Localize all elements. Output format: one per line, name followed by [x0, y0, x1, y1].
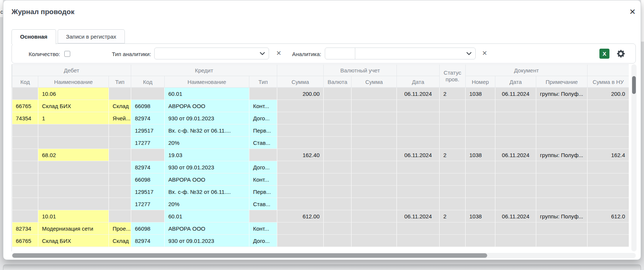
table-cell[interactable]: 68.02 — [38, 149, 109, 161]
table-cell[interactable] — [495, 112, 536, 124]
table-cell[interactable] — [397, 173, 440, 186]
table-cell[interactable] — [397, 100, 440, 112]
table-cell[interactable]: группы: Полуф... — [536, 88, 588, 100]
table-cell[interactable]: 20% — [165, 198, 249, 210]
table-cell[interactable] — [536, 186, 588, 198]
vertical-scrollbar-thumb[interactable] — [632, 76, 636, 94]
table-cell[interactable]: 200.0 — [588, 88, 629, 100]
excel-export-button[interactable]: X — [599, 49, 609, 59]
table-cell[interactable]: Конт... — [249, 100, 277, 112]
analytics-input[interactable] — [325, 48, 476, 59]
table-cell[interactable]: Перв... — [249, 186, 277, 198]
table-cell[interactable] — [324, 186, 352, 198]
table-cell[interactable] — [249, 149, 277, 161]
table-cell[interactable] — [12, 88, 38, 100]
table-cell[interactable]: 129517 — [131, 124, 165, 137]
table-cell[interactable]: Конт... — [249, 222, 277, 235]
table-cell[interactable] — [109, 124, 131, 137]
table-cell[interactable] — [324, 161, 352, 173]
table-cell[interactable] — [466, 161, 495, 173]
table-cell[interactable] — [495, 222, 536, 235]
table-cell[interactable]: группы: Полуф... — [536, 210, 588, 222]
table-cell[interactable] — [324, 137, 352, 149]
table-cell[interactable] — [466, 198, 495, 210]
table-cell[interactable] — [277, 137, 324, 149]
table-cell[interactable] — [495, 161, 536, 173]
table-cell[interactable]: 82974 — [131, 112, 165, 124]
table-cell[interactable] — [352, 186, 397, 198]
table-cell[interactable] — [397, 137, 440, 149]
table-cell[interactable] — [38, 137, 109, 149]
table-cell[interactable]: 162.40 — [277, 149, 324, 161]
table-cell[interactable] — [324, 222, 352, 235]
table-cell[interactable]: 10.06 — [38, 88, 109, 100]
table-cell[interactable] — [440, 137, 466, 149]
table-cell[interactable] — [536, 112, 588, 124]
table-cell[interactable]: 66765 — [12, 100, 38, 112]
table-cell[interactable]: Став... — [249, 137, 277, 149]
table-cell[interactable]: 19.03 — [165, 149, 249, 161]
table-cell[interactable]: 1038 — [466, 149, 495, 161]
table-cell[interactable] — [588, 100, 629, 112]
table-cell[interactable] — [249, 88, 277, 100]
table-cell[interactable] — [109, 210, 131, 222]
table-cell[interactable]: АВРОРА ООО — [165, 173, 249, 186]
table-cell[interactable]: 17277 — [131, 198, 165, 210]
table-cell[interactable] — [277, 100, 324, 112]
table-cell[interactable] — [352, 88, 397, 100]
table-cell[interactable]: 612.0 — [588, 210, 629, 222]
table-cell[interactable] — [397, 124, 440, 137]
table-cell[interactable] — [249, 210, 277, 222]
table-cell[interactable]: Вх. с-ф. №32 от 06.11.... — [165, 124, 249, 137]
table-cell[interactable]: 10.01 — [38, 210, 109, 222]
table-cell[interactable] — [536, 124, 588, 137]
table-cell[interactable] — [440, 186, 466, 198]
table-cell[interactable] — [277, 198, 324, 210]
table-cell[interactable] — [277, 173, 324, 186]
table-cell[interactable]: Ячей... — [109, 112, 131, 124]
table-cell[interactable] — [588, 124, 629, 137]
table-cell[interactable]: 74354 — [12, 112, 38, 124]
table-cell[interactable]: 162.4 — [588, 149, 629, 161]
table-cell[interactable] — [536, 173, 588, 186]
table-cell[interactable]: 06.11.2024 — [397, 210, 440, 222]
table-cell[interactable] — [109, 186, 131, 198]
table-cell[interactable]: 612.00 — [277, 210, 324, 222]
table-cell[interactable]: Склад — [109, 100, 131, 112]
table-cell[interactable] — [277, 186, 324, 198]
table-cell[interactable] — [536, 161, 588, 173]
table-cell[interactable] — [440, 198, 466, 210]
table-cell[interactable] — [352, 112, 397, 124]
table-cell[interactable]: АВРОРА ООО — [165, 222, 249, 235]
table-cell[interactable] — [536, 137, 588, 149]
table-cell[interactable]: Вх. с-ф. №32 от 06.11.... — [165, 186, 249, 198]
table-cell[interactable] — [397, 112, 440, 124]
table-cell[interactable]: 66765 — [12, 235, 38, 247]
table-cell[interactable] — [440, 222, 466, 235]
table-cell[interactable]: 06.11.2024 — [495, 88, 536, 100]
analytics-type-select[interactable] — [154, 48, 269, 59]
table-cell[interactable]: Прое... — [109, 222, 131, 235]
table-cell[interactable] — [588, 137, 629, 149]
clear-analytics-icon[interactable]: ✕ — [481, 50, 488, 57]
table-cell[interactable]: АВРОРА ООО — [165, 100, 249, 112]
table-cell[interactable] — [38, 198, 109, 210]
vertical-scrollbar[interactable] — [631, 64, 637, 251]
table-cell[interactable] — [38, 186, 109, 198]
table-cell[interactable]: 1038 — [466, 88, 495, 100]
table-cell[interactable]: Перв... — [249, 124, 277, 137]
table-cell[interactable] — [109, 161, 131, 173]
table-cell[interactable] — [131, 88, 165, 100]
table-cell[interactable] — [324, 210, 352, 222]
table-cell[interactable] — [440, 173, 466, 186]
table-cell[interactable] — [466, 100, 495, 112]
table-cell[interactable]: 17277 — [131, 137, 165, 149]
table-cell[interactable] — [109, 137, 131, 149]
gear-icon[interactable] — [616, 49, 626, 59]
table-cell[interactable]: 82974 — [131, 235, 165, 247]
table-cell[interactable]: 2 — [440, 210, 466, 222]
table-cell[interactable]: группы: Полуф... — [536, 149, 588, 161]
table-cell[interactable] — [12, 210, 38, 222]
table-cell[interactable] — [466, 124, 495, 137]
table-cell[interactable] — [277, 235, 324, 247]
